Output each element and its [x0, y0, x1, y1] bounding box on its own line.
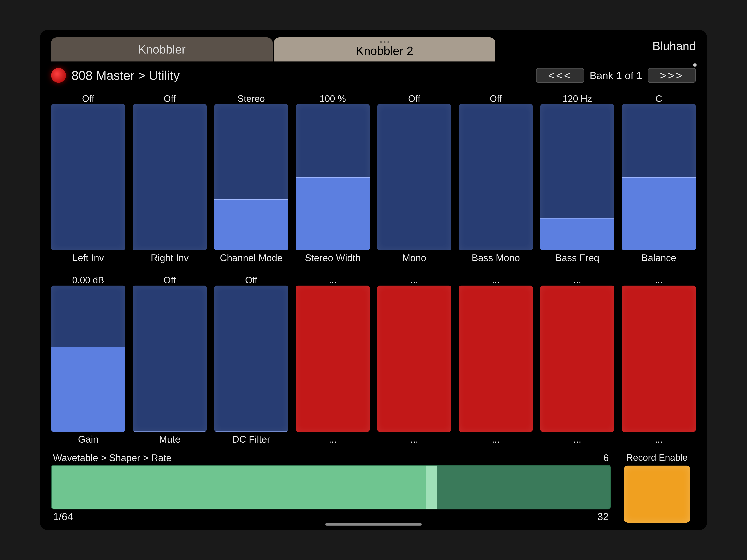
slider-name: Left Inv: [73, 250, 104, 265]
slider-body[interactable]: [377, 286, 451, 432]
horizontal-slider-wrap: Wavetable > Shaper > Rate 6 1/64 32: [51, 452, 611, 523]
app-screen: Knobbler Knobbler 2 Bluhand 808 Master >…: [40, 30, 707, 530]
slider-body[interactable]: [540, 286, 614, 432]
slider-name: DC Filter: [232, 432, 270, 447]
horizontal-slider[interactable]: [51, 465, 611, 509]
slider-body[interactable]: [459, 286, 533, 432]
tab-label: Knobbler 2: [356, 44, 413, 58]
slider-body[interactable]: [459, 104, 533, 250]
param-slider: OffLeft Inv: [51, 91, 125, 265]
record-indicator-icon[interactable]: [51, 68, 66, 83]
slider-fill: [540, 218, 614, 250]
slider-value: Off: [163, 91, 176, 104]
slider-fill: [622, 177, 696, 250]
bank-next-button[interactable]: >>>: [648, 68, 696, 83]
param-slider: ......: [296, 273, 370, 447]
page-indicator-icon: [693, 63, 697, 67]
slider-value: 120 Hz: [563, 91, 592, 104]
bank-prev-button[interactable]: <<<: [536, 68, 584, 83]
slider-fill: [459, 250, 533, 250]
tab-bar: Knobbler Knobbler 2 Bluhand: [51, 37, 696, 61]
slider-body[interactable]: [622, 286, 696, 432]
bottom-row: Wavetable > Shaper > Rate 6 1/64 32 Reco…: [51, 452, 696, 523]
record-enable-wrap: Record Enable: [618, 452, 696, 523]
slider-value: Off: [408, 91, 420, 104]
param-slider: OffMute: [133, 273, 207, 447]
tab-knobbler[interactable]: Knobbler: [51, 37, 273, 61]
slider-name: Bass Mono: [472, 250, 520, 265]
slider-value: ...: [492, 273, 500, 286]
tab-bluhand[interactable]: Bluhand: [496, 37, 696, 61]
slider-value: ...: [655, 273, 663, 286]
slider-body[interactable]: [51, 286, 125, 432]
slider-name: Mute: [159, 432, 180, 447]
slider-fill: [296, 177, 370, 250]
slider-name: ...: [573, 432, 581, 447]
param-slider: CBalance: [622, 91, 696, 265]
slider-body[interactable]: [214, 104, 288, 250]
slider-name: Mono: [402, 250, 426, 265]
slider-body[interactable]: [540, 104, 614, 250]
slider-body[interactable]: [296, 286, 370, 432]
slider-value: 0.00 dB: [72, 273, 104, 286]
param-slider: 120 HzBass Freq: [540, 91, 614, 265]
hslider-thumb[interactable]: [426, 465, 437, 509]
record-enable-label: Record Enable: [626, 452, 688, 463]
param-slider: OffRight Inv: [133, 91, 207, 265]
slider-body[interactable]: [51, 104, 125, 250]
hslider-min: 1/64: [53, 511, 73, 523]
chevron-right-icon: >>>: [660, 69, 684, 82]
slider-body[interactable]: [133, 104, 207, 250]
param-slider: ......: [459, 273, 533, 447]
tab-label: Knobbler: [138, 43, 186, 56]
home-indicator-icon: [325, 523, 422, 526]
slider-value: ...: [573, 273, 581, 286]
record-enable-button[interactable]: [624, 465, 690, 523]
slider-fill: [214, 199, 288, 250]
param-slider: OffMono: [377, 91, 451, 265]
drag-handle-icon: [380, 41, 389, 43]
slider-value: ...: [410, 273, 418, 286]
slider-name: ...: [492, 432, 500, 447]
chevron-left-icon: <<<: [548, 69, 572, 82]
bank-label: Bank 1 of 1: [590, 70, 642, 81]
param-slider: OffDC Filter: [214, 273, 288, 447]
slider-fill: [214, 431, 288, 432]
slider-name: Channel Mode: [220, 250, 283, 265]
slider-body[interactable]: [377, 104, 451, 250]
slider-body[interactable]: [622, 104, 696, 250]
param-slider: 100 %Stereo Width: [296, 91, 370, 265]
param-slider: ......: [377, 273, 451, 447]
hslider-label: Wavetable > Shaper > Rate: [53, 452, 172, 463]
tab-knobbler2[interactable]: Knobbler 2: [274, 37, 495, 61]
slider-name: Right Inv: [151, 250, 188, 265]
breadcrumb: 808 Master > Utility: [72, 68, 180, 83]
slider-fill: [377, 250, 451, 250]
slider-fill: [133, 431, 207, 432]
slider-body[interactable]: [214, 286, 288, 432]
hslider-fill: [52, 465, 431, 509]
tab-label: Bluhand: [652, 39, 696, 53]
slider-value: Off: [245, 273, 257, 286]
slider-grid: OffLeft InvOffRight InvStereoChannel Mod…: [51, 91, 696, 447]
slider-value: ...: [329, 273, 337, 286]
slider-value: Stereo: [237, 91, 265, 104]
param-slider: StereoChannel Mode: [214, 91, 288, 265]
hslider-value: 6: [603, 452, 609, 463]
slider-fill: [51, 347, 125, 432]
slider-name: Bass Freq: [556, 250, 599, 265]
param-slider: 0.00 dBGain: [51, 273, 125, 447]
param-slider: ......: [540, 273, 614, 447]
slider-fill: [133, 250, 207, 250]
header-row: 808 Master > Utility <<< Bank 1 of 1 >>>: [51, 65, 696, 85]
slider-fill: [51, 250, 125, 250]
slider-value: 100 %: [319, 91, 346, 104]
slider-body[interactable]: [296, 104, 370, 250]
slider-name: Balance: [641, 250, 676, 265]
slider-body[interactable]: [133, 286, 207, 432]
slider-name: Gain: [78, 432, 98, 447]
param-slider: OffBass Mono: [459, 91, 533, 265]
slider-name: ...: [655, 432, 663, 447]
slider-value: Off: [163, 273, 176, 286]
slider-name: Stereo Width: [305, 250, 361, 265]
